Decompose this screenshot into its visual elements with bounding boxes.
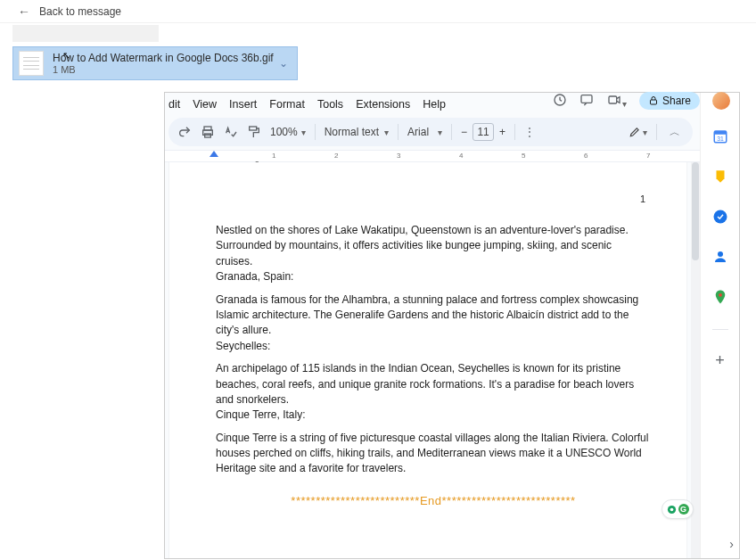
document-page[interactable]: 1 Nestled on the shores of Lake Wakatipu… <box>168 162 687 558</box>
keep-icon[interactable] <box>712 169 728 187</box>
menu-help[interactable]: Help <box>423 98 446 111</box>
menu-edit[interactable]: dit <box>168 98 180 111</box>
svg-text:31: 31 <box>717 136 724 142</box>
doc-paragraph: Cinque Terre is a string of five picture… <box>216 431 651 477</box>
grammarly-badge[interactable]: G <box>662 499 694 519</box>
svg-rect-3 <box>650 100 656 104</box>
menu-tools[interactable]: Tools <box>317 98 343 111</box>
font-size-input[interactable]: 11 <box>472 123 494 141</box>
ruler-mark: 4 <box>459 152 463 160</box>
redo-icon[interactable] <box>177 125 192 139</box>
attachment-card[interactable]: How to Add Watermark in Google Docs 36b.… <box>12 46 298 80</box>
font-decrease-button[interactable]: − <box>461 126 467 138</box>
addons-plus-icon[interactable]: + <box>715 351 725 370</box>
contacts-icon[interactable] <box>712 249 728 268</box>
share-button[interactable]: Share <box>639 93 700 110</box>
svg-point-13 <box>719 293 722 297</box>
spellcheck-icon[interactable] <box>224 125 238 139</box>
doc-heading: Granada, Spain: <box>216 269 651 284</box>
meet-icon[interactable]: ▾ <box>606 93 627 110</box>
editing-mode-dropdown[interactable]: ▾ <box>629 126 647 138</box>
svg-point-11 <box>713 210 727 224</box>
gif-preview-frame: ▾ Share dit View Insert Format Tools Ext… <box>164 92 740 559</box>
maps-icon[interactable] <box>712 289 728 308</box>
doc-heading: Seychelles: <box>216 339 651 354</box>
collapse-toolbar-icon[interactable]: ︿ <box>666 123 684 141</box>
ruler-mark: 3 <box>397 152 400 160</box>
ruler-mark: 7 <box>646 152 650 160</box>
doc-end-marker: **************************End***********… <box>216 493 651 510</box>
scrollbar-thumb[interactable] <box>692 162 699 260</box>
svg-rect-2 <box>609 96 617 103</box>
more-toolbar-icon[interactable]: ⋮ <box>524 126 535 138</box>
ruler-mark: 6 <box>584 152 588 160</box>
back-arrow-icon[interactable]: ← <box>18 4 30 19</box>
header-placeholder <box>12 25 159 42</box>
attachment-thumbnail <box>19 51 44 76</box>
attachment-filename: How to Add Watermark in Google Docs 36b.… <box>53 52 275 64</box>
svg-point-12 <box>718 251 723 257</box>
calendar-icon[interactable]: 31 <box>712 128 728 147</box>
svg-rect-1 <box>581 95 592 103</box>
menu-extensions[interactable]: Extensions <box>356 98 410 111</box>
comment-icon[interactable] <box>579 93 594 110</box>
font-dropdown[interactable]: Arial▾ <box>407 126 442 138</box>
ruler-mark: 5 <box>522 152 525 160</box>
back-link[interactable]: Back to message <box>39 5 121 18</box>
doc-paragraph: Granada is famous for the Alhambra, a st… <box>216 292 651 339</box>
scrollbar-track[interactable] <box>691 162 700 558</box>
paint-format-icon[interactable] <box>247 125 261 139</box>
ruler-mark: 2 <box>334 152 338 160</box>
chevron-down-icon[interactable]: ⌄ <box>275 57 292 70</box>
print-icon[interactable] <box>201 125 215 139</box>
doc-paragraph: Nestled on the shores of Lake Wakatipu, … <box>216 223 651 269</box>
expand-panel-icon[interactable]: › <box>729 537 734 551</box>
tasks-icon[interactable] <box>712 209 728 227</box>
svg-rect-7 <box>250 127 257 130</box>
side-panel: 31 + <box>700 93 739 558</box>
menu-insert[interactable]: Insert <box>229 98 257 111</box>
gdoc-app: ▾ Share dit View Insert Format Tools Ext… <box>165 93 700 558</box>
paragraph-style-dropdown[interactable]: Normal text▾ <box>325 126 389 138</box>
page-number: 1 <box>640 193 645 207</box>
menu-format[interactable]: Format <box>269 98 305 111</box>
history-icon[interactable] <box>553 93 567 110</box>
svg-point-15 <box>670 507 673 511</box>
share-label: Share <box>662 95 691 107</box>
grammarly-g-icon: G <box>678 504 689 515</box>
ruler[interactable]: 1 2 3 4 5 6 7 <box>165 150 700 162</box>
indent-marker-icon[interactable] <box>210 151 218 157</box>
toolbar: 100%▾ Normal text▾ Arial▾ − 11 + ⋮ ▾ ︿ <box>168 118 693 146</box>
attachment-filesize: 1 MB <box>53 64 275 75</box>
menu-view[interactable]: View <box>193 98 217 111</box>
ruler-mark: 1 <box>272 152 275 160</box>
doc-paragraph: An archipelago of 115 islands in the Ind… <box>216 361 651 408</box>
svg-rect-9 <box>714 131 727 135</box>
doc-heading: Cinque Terre, Italy: <box>216 408 651 423</box>
zoom-dropdown[interactable]: 100%▾ <box>270 126 306 138</box>
font-increase-button[interactable]: + <box>499 126 505 138</box>
